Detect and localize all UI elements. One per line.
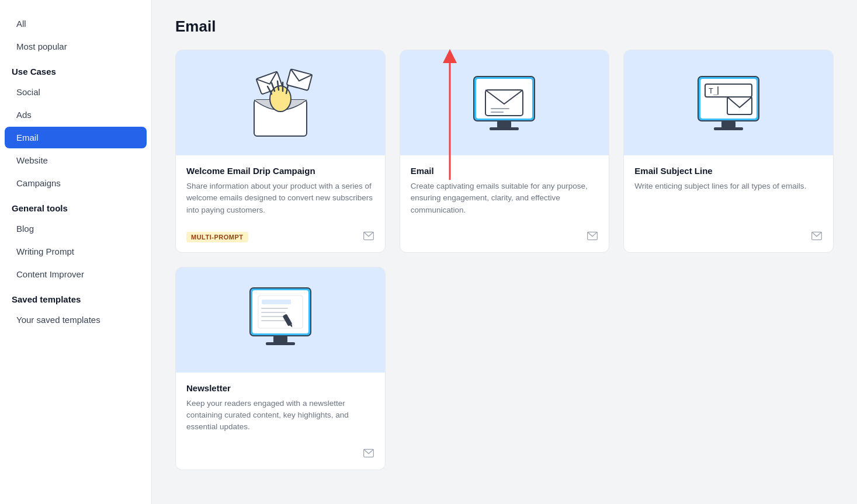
sidebar-section-general-tools: General tools [0,195,151,217]
card-desc-welcome: Share information about your product wit… [186,180,374,216]
svg-rect-12 [497,121,511,128]
svg-rect-32 [262,300,291,304]
sidebar-item-social[interactable]: Social [5,81,147,103]
card-image-email [400,50,609,155]
sidebar-item-content-improver[interactable]: Content Improver [5,263,147,285]
card-footer-subject-line [624,224,833,252]
card-image-welcome [176,50,385,155]
card-body-email: Email Create captivating emails suitable… [400,155,609,224]
email-icon-2 [587,230,598,244]
card-title-welcome: Welcome Email Drip Campaign [186,166,374,176]
badge-multi-prompt: MULTI-PROMPT [186,232,248,242]
sidebar-item-all[interactable]: All [5,13,147,34]
card-desc-newsletter: Keep your readers engaged with a newslet… [186,398,374,433]
email-subject-line-illustration: T_ [688,62,769,144]
card-body-newsletter: Newsletter Keep your readers engaged wit… [176,373,385,442]
welcome-email-illustration [240,62,321,144]
svg-rect-29 [273,336,287,343]
sidebar: All Most popular Use Cases Social Ads Em… [0,0,152,504]
svg-rect-20 [721,121,735,128]
card-welcome-email-drip[interactable]: Welcome Email Drip Campaign Share inform… [175,50,386,253]
card-desc-subject-line: Write enticing subject lines for all typ… [634,180,823,216]
cards-grid-row2: Newsletter Keep your readers engaged wit… [175,267,834,470]
card-image-subject-line: T_ [624,50,833,155]
card-footer-welcome: MULTI-PROMPT [176,224,385,252]
cards-grid-row1: Welcome Email Drip Campaign Share inform… [175,50,834,253]
email-icon [363,230,374,244]
sidebar-item-website[interactable]: Website [5,150,147,171]
svg-rect-30 [266,342,295,345]
sidebar-item-email[interactable]: Email [5,127,147,148]
sidebar-section-saved-templates: Saved templates [0,286,151,308]
newsletter-illustration [240,279,321,361]
card-body-welcome: Welcome Email Drip Campaign Share inform… [176,155,385,224]
card-email[interactable]: Email Create captivating emails suitable… [400,50,610,253]
email-illustration [463,62,545,144]
svg-rect-1 [286,69,312,91]
page-title: Email [175,18,834,36]
sidebar-item-your-saved-templates[interactable]: Your saved templates [5,309,147,331]
card-desc-email: Create captivating emails suitable for a… [411,180,599,216]
card-body-subject-line: Email Subject Line Write enticing subjec… [624,155,833,224]
sidebar-item-writing-prompt[interactable]: Writing Prompt [5,241,147,262]
card-title-newsletter: Newsletter [186,383,374,393]
svg-rect-21 [714,127,743,130]
main-content: Email [152,0,857,504]
sidebar-item-campaigns[interactable]: Campaigns [5,172,147,194]
card-email-subject-line[interactable]: T_ Email Subject Line Write enticing sub… [623,50,834,253]
card-title-subject-line: Email Subject Line [634,166,823,176]
sidebar-item-ads[interactable]: Ads [5,104,147,126]
email-icon-3 [811,230,823,244]
svg-text:T_: T_ [709,86,718,95]
sidebar-section-use-cases: Use Cases [0,58,151,80]
card-newsletter[interactable]: Newsletter Keep your readers engaged wit… [175,267,386,470]
sidebar-item-blog[interactable]: Blog [5,218,147,239]
sidebar-item-most-popular[interactable]: Most popular [5,36,147,57]
card-footer-newsletter [176,442,385,470]
email-icon-4 [363,447,374,461]
svg-rect-13 [490,127,519,130]
card-title-email: Email [411,166,599,176]
card-image-newsletter [176,267,385,373]
card-footer-email [400,224,609,252]
